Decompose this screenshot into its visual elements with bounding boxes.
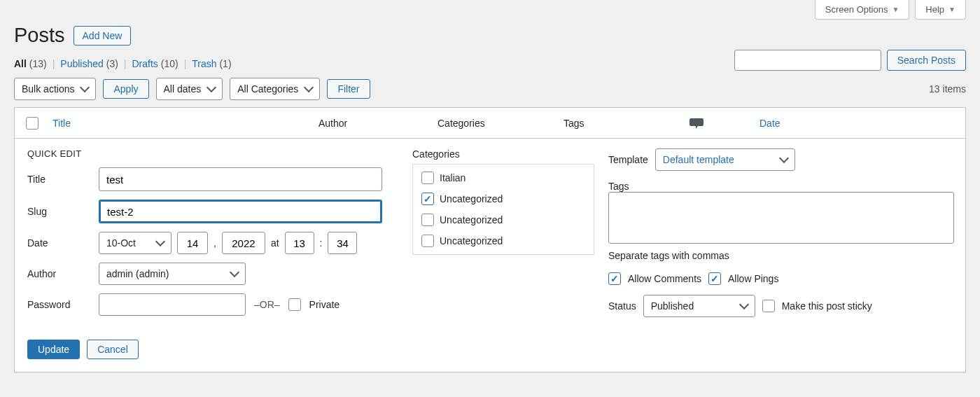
private-label: Private	[309, 299, 340, 310]
bulk-actions-select[interactable]: Bulk actions	[14, 78, 96, 100]
chevron-down-icon: ▼	[948, 6, 955, 13]
help-label: Help	[925, 4, 944, 15]
chevron-down-icon: ▼	[892, 6, 899, 13]
category-item[interactable]: Uncategorized	[421, 235, 585, 247]
categories-heading: Categories	[412, 148, 594, 160]
template-label: Template	[608, 154, 648, 165]
category-item[interactable]: Uncategorized	[421, 193, 585, 205]
template-select[interactable]: Default template	[655, 148, 795, 171]
select-all-checkbox[interactable]	[26, 117, 38, 130]
title-input[interactable]	[99, 167, 382, 191]
minute-input[interactable]	[328, 232, 357, 254]
category-label: Uncategorized	[440, 193, 503, 204]
title-label: Title	[27, 174, 90, 185]
filter-drafts[interactable]: Drafts (10)	[132, 58, 178, 69]
day-input[interactable]	[177, 232, 208, 254]
col-title[interactable]: Title	[50, 118, 316, 129]
date-label: Date	[27, 237, 90, 249]
private-checkbox[interactable]	[288, 298, 301, 311]
author-select[interactable]: admin (admin)	[99, 263, 246, 285]
sticky-checkbox[interactable]	[762, 300, 775, 312]
search-button[interactable]: Search Posts	[887, 50, 966, 71]
filter-published[interactable]: Published (3)	[60, 58, 118, 69]
slug-label: Slug	[27, 206, 90, 217]
tags-input[interactable]	[608, 192, 954, 244]
password-label: Password	[27, 299, 90, 310]
tags-label: Tags	[608, 181, 954, 192]
dates-filter-select[interactable]: All dates	[156, 78, 223, 100]
category-item[interactable]: Uncategorized	[421, 214, 585, 226]
status-label: Status	[608, 300, 636, 312]
table-header: Title Author Categories Tags Date	[15, 108, 965, 139]
category-checkbox[interactable]	[421, 235, 434, 247]
categories-filter-select[interactable]: All Categories	[230, 78, 320, 100]
apply-button[interactable]: Apply	[103, 79, 148, 99]
tags-hint: Separate tags with commas	[608, 250, 954, 261]
status-select[interactable]: Published	[643, 295, 755, 317]
search-input[interactable]	[734, 50, 881, 71]
allow-comments-checkbox[interactable]	[608, 272, 621, 285]
filter-trash[interactable]: Trash (1)	[192, 58, 231, 69]
filter-all[interactable]: All (13)	[14, 58, 47, 69]
cancel-button[interactable]: Cancel	[87, 340, 139, 359]
slug-input[interactable]	[99, 200, 382, 223]
comment-icon	[690, 117, 704, 130]
quick-edit-heading: QUICK EDIT	[27, 148, 398, 159]
add-new-button[interactable]: Add New	[74, 26, 132, 46]
col-tags: Tags	[561, 118, 673, 129]
category-label: Uncategorized	[440, 214, 503, 225]
page-title: Posts	[14, 24, 65, 47]
allow-comments-label: Allow Comments	[628, 273, 701, 284]
items-count: 13 items	[929, 83, 966, 95]
month-select[interactable]: 10-Oct	[99, 232, 172, 254]
screen-options-label: Screen Options	[825, 4, 888, 15]
col-author: Author	[316, 118, 435, 129]
col-categories: Categories	[435, 118, 561, 129]
password-input[interactable]	[99, 293, 246, 316]
categories-box: Italian Uncategorized Uncategorized Unca…	[412, 164, 594, 255]
category-label: Italian	[440, 172, 465, 183]
col-comments[interactable]	[673, 117, 757, 130]
category-item[interactable]: Italian	[421, 172, 585, 184]
quick-edit-panel: QUICK EDIT Title Slug Date 10-Oct , at	[15, 139, 965, 372]
hour-input[interactable]	[285, 232, 314, 254]
at-label: at	[271, 237, 279, 249]
allow-pings-checkbox[interactable]	[708, 272, 721, 285]
author-label: Author	[27, 268, 90, 279]
year-input[interactable]	[222, 232, 265, 254]
or-label: –OR–	[254, 299, 280, 310]
allow-pings-label: Allow Pings	[728, 273, 778, 284]
category-checkbox[interactable]	[421, 193, 434, 205]
filter-button[interactable]: Filter	[327, 79, 370, 99]
update-button[interactable]: Update	[27, 340, 80, 359]
col-date[interactable]: Date	[757, 118, 841, 129]
posts-table: Title Author Categories Tags Date QUICK …	[14, 107, 966, 372]
category-checkbox[interactable]	[421, 172, 434, 184]
category-checkbox[interactable]	[421, 214, 434, 226]
screen-options-tab[interactable]: Screen Options ▼	[815, 0, 910, 20]
category-label: Uncategorized	[440, 235, 503, 246]
help-tab[interactable]: Help ▼	[915, 0, 966, 20]
sticky-label: Make this post sticky	[782, 300, 872, 312]
